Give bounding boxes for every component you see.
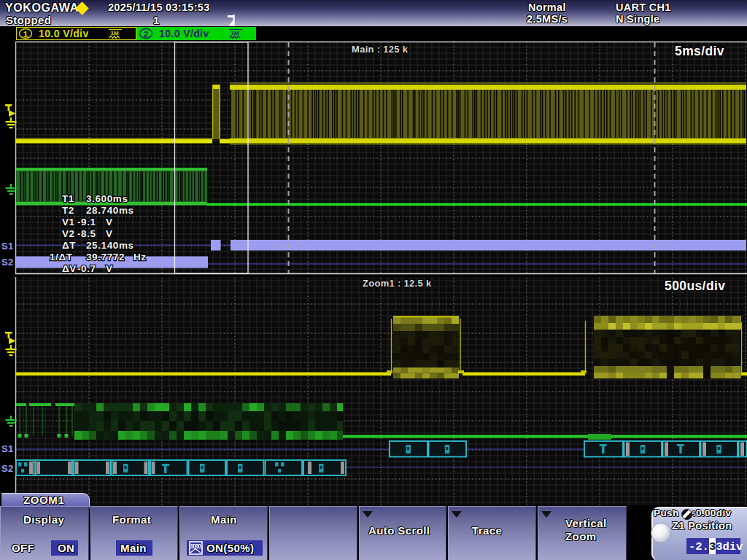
svg-text:1M: 1M	[231, 30, 239, 36]
svg-text:Zoom1 : 12.5 k: Zoom1 : 12.5 k	[363, 278, 432, 289]
svg-text:ΔV: ΔV	[62, 263, 77, 274]
svg-text:39.7772: 39.7772	[86, 252, 125, 262]
svg-text:ΔT: ΔT	[62, 240, 76, 251]
svg-text:-0.7: -0.7	[77, 263, 96, 274]
svg-text:T1: T1	[62, 193, 74, 204]
svg-text:1M: 1M	[111, 30, 119, 36]
svg-text:1/ΔT: 1/ΔT	[50, 252, 73, 262]
svg-text:-8.5: -8.5	[77, 228, 96, 239]
svg-text:V: V	[106, 263, 113, 274]
svg-text:V: V	[106, 228, 113, 239]
svg-text:V2: V2	[62, 228, 75, 239]
svg-text:2: 2	[144, 30, 148, 39]
svg-text:5ms/div: 5ms/div	[675, 44, 724, 58]
svg-text:-9.1: -9.1	[77, 217, 96, 228]
svg-text:500us/div: 500us/div	[665, 279, 725, 293]
svg-text:S1: S1	[1, 443, 14, 454]
svg-text:10.0 V/div: 10.0 V/div	[39, 28, 89, 39]
svg-text:1: 1	[23, 30, 28, 39]
svg-text:T2: T2	[62, 205, 74, 216]
svg-text:3.600ms: 3.600ms	[86, 193, 128, 204]
svg-text:S2: S2	[1, 257, 14, 268]
svg-text:V1: V1	[62, 217, 75, 228]
svg-text:Main : 125 k: Main : 125 k	[352, 44, 409, 55]
svg-text:10.0 V/div: 10.0 V/div	[159, 28, 209, 39]
svg-text:25.140ms: 25.140ms	[86, 240, 134, 251]
svg-text:S2: S2	[1, 463, 14, 474]
svg-text:28.740ms: 28.740ms	[86, 205, 134, 216]
svg-text:Hz: Hz	[133, 252, 147, 262]
svg-text:V: V	[106, 217, 113, 228]
svg-text:S1: S1	[1, 241, 14, 252]
